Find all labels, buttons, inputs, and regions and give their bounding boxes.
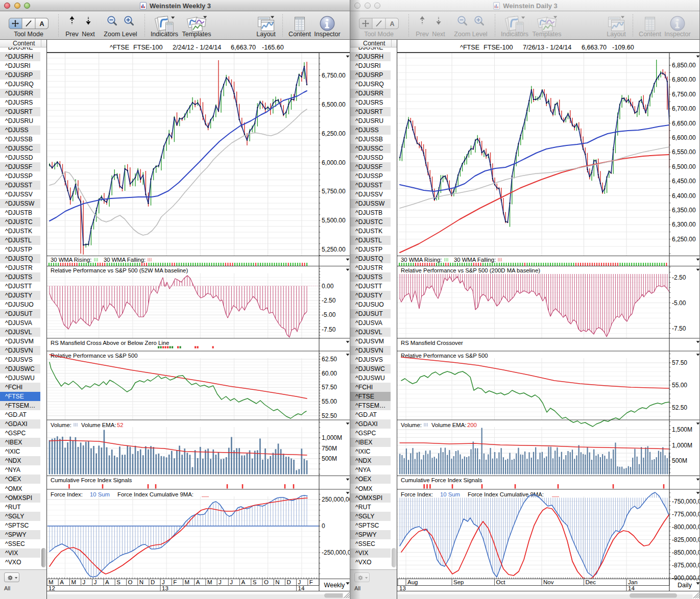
svg-text:-165.60: -165.60 xyxy=(262,44,284,51)
svg-text:60.00: 60.00 xyxy=(322,370,337,377)
svg-text:Volume EMA:: Volume EMA: xyxy=(431,422,466,428)
svg-text:5,250.00: 5,250.00 xyxy=(322,246,346,253)
svg-text:Relative Performance vs S&P 50: Relative Performance vs S&P 500 (200D MA… xyxy=(401,267,540,273)
svg-text:J: J xyxy=(162,579,165,585)
svg-text:A: A xyxy=(390,20,394,28)
svg-text:30 WMA Falling:: 30 WMA Falling: xyxy=(104,257,146,263)
svg-text:Jan: Jan xyxy=(628,579,638,585)
svg-text:6,500.00: 6,500.00 xyxy=(322,101,346,108)
svg-text:6,663.70: 6,663.70 xyxy=(231,44,256,51)
svg-text:-850,000,00: -850,000,00 xyxy=(672,549,700,556)
svg-text:6,250.00: 6,250.00 xyxy=(322,130,346,137)
svg-text:D: D xyxy=(151,579,155,585)
svg-text:500M: 500M xyxy=(672,457,687,464)
svg-text:6,000.00: 6,000.00 xyxy=(322,159,346,166)
svg-text:-5.00: -5.00 xyxy=(322,311,336,318)
svg-text:Sep: Sep xyxy=(453,579,464,585)
svg-text:52: 52 xyxy=(117,422,124,428)
svg-text:-750,000,00: -750,000,00 xyxy=(672,498,700,505)
svg-text:Nov: Nov xyxy=(543,579,554,585)
svg-text:M: M xyxy=(207,579,212,585)
svg-text:Oct: Oct xyxy=(496,579,506,585)
svg-text:-7.50: -7.50 xyxy=(672,325,686,332)
svg-text:Volume:: Volume: xyxy=(51,422,71,428)
svg-text:13: 13 xyxy=(162,585,168,591)
svg-text:6,350.00: 6,350.00 xyxy=(672,207,696,214)
svg-text:D: D xyxy=(286,579,291,585)
svg-text:Aug: Aug xyxy=(407,579,418,585)
svg-text:30 WMA Rising:: 30 WMA Rising: xyxy=(401,257,442,263)
svg-text:FTSE-100: FTSE-100 xyxy=(133,44,162,51)
svg-text:-775,000,00: -775,000,00 xyxy=(672,511,700,518)
svg-text:J: J xyxy=(230,579,233,585)
svg-text:RS Mansfield Cross Above or Be: RS Mansfield Cross Above or Below Zero L… xyxy=(51,340,169,346)
svg-text:6,600.00: 6,600.00 xyxy=(672,134,696,141)
svg-text:1,000M: 1,000M xyxy=(672,442,692,449)
svg-text:30 WMA Falling:: 30 WMA Falling: xyxy=(454,257,496,263)
svg-text:10 Sum: 10 Sum xyxy=(440,491,460,497)
svg-text:-7.50: -7.50 xyxy=(322,326,336,333)
svg-text:A: A xyxy=(60,579,64,585)
svg-text:57.50: 57.50 xyxy=(322,384,337,391)
svg-text:Relative Performance vs S&P 50: Relative Performance vs S&P 500 xyxy=(401,353,488,359)
svg-text:6,650.00: 6,650.00 xyxy=(672,120,696,127)
svg-text:-109.60: -109.60 xyxy=(612,44,634,51)
svg-text:J: J xyxy=(219,579,222,585)
svg-text:J: J xyxy=(298,579,301,585)
svg-text:Relative Performance vs S&P 50: Relative Performance vs S&P 500 (52W MA … xyxy=(51,267,188,273)
svg-text:-2.50: -2.50 xyxy=(322,297,336,304)
svg-text:0.00: 0.00 xyxy=(322,283,334,290)
svg-text:-875,000,00: -875,000,00 xyxy=(672,562,700,569)
svg-text:O: O xyxy=(264,579,269,585)
svg-text:55.00: 55.00 xyxy=(322,398,337,405)
svg-text:6,663.70: 6,663.70 xyxy=(582,44,607,51)
svg-text:Daily: Daily xyxy=(678,582,692,589)
svg-text:RS Mansfield Crossover: RS Mansfield Crossover xyxy=(401,340,463,346)
svg-text:J: J xyxy=(94,579,97,585)
svg-text:52.50: 52.50 xyxy=(672,404,687,411)
svg-text:Force Index Cumulative 9MA:: Force Index Cumulative 9MA: xyxy=(468,491,544,497)
svg-text:6,800.00: 6,800.00 xyxy=(672,76,696,83)
svg-text:N: N xyxy=(275,579,279,585)
svg-text:0: 0 xyxy=(322,522,325,530)
svg-text:A: A xyxy=(105,579,109,585)
svg-text:S: S xyxy=(253,579,257,585)
svg-text:6,450.00: 6,450.00 xyxy=(672,178,696,185)
svg-text:-900,000,00: -900,000,00 xyxy=(672,575,700,582)
svg-text:Cumulative Force Index Signals: Cumulative Force Index Signals xyxy=(401,477,482,483)
svg-text:55.00: 55.00 xyxy=(672,382,687,389)
svg-text:Force Index Cumulative 9MA:: Force Index Cumulative 9MA: xyxy=(117,491,194,497)
svg-text:M: M xyxy=(49,579,54,585)
svg-text:750M: 750M xyxy=(322,445,337,452)
svg-text:6,300.00: 6,300.00 xyxy=(672,221,696,228)
svg-text:J: J xyxy=(83,579,86,585)
svg-text:62.50: 62.50 xyxy=(322,356,337,363)
svg-text:A: A xyxy=(196,579,200,585)
svg-text:A: A xyxy=(242,579,246,585)
svg-text:2/24/12 - 1/24/14: 2/24/12 - 1/24/14 xyxy=(173,44,221,51)
svg-text:F: F xyxy=(309,579,313,585)
svg-text:57.50: 57.50 xyxy=(672,359,687,366)
svg-text:14: 14 xyxy=(298,585,305,591)
svg-text:Volume:: Volume: xyxy=(401,422,422,428)
svg-text:-2.50: -2.50 xyxy=(672,274,686,281)
svg-text:Force Index:: Force Index: xyxy=(51,491,83,497)
svg-text:Volume EMA:: Volume EMA: xyxy=(81,422,116,428)
svg-text:12: 12 xyxy=(49,585,55,591)
svg-text:5,500.00: 5,500.00 xyxy=(322,217,346,224)
svg-text:-250,000,00: -250,000,00 xyxy=(322,549,350,556)
svg-text:-5.00: -5.00 xyxy=(672,300,686,307)
svg-text:S: S xyxy=(116,579,120,585)
svg-text:250,000,00: 250,000,00 xyxy=(322,496,350,503)
svg-text:500M: 500M xyxy=(322,455,337,462)
svg-text:N: N xyxy=(139,579,143,585)
svg-text:13: 13 xyxy=(399,585,406,591)
svg-text:6,250.00: 6,250.00 xyxy=(672,236,696,243)
svg-text:10 Sum: 10 Sum xyxy=(90,491,110,497)
svg-text:F: F xyxy=(173,579,177,585)
svg-text:^FTSE: ^FTSE xyxy=(460,44,479,51)
svg-text:7/26/13 - 1/24/14: 7/26/13 - 1/24/14 xyxy=(523,44,571,51)
svg-text:A: A xyxy=(39,20,44,28)
svg-text:M: M xyxy=(71,579,76,585)
svg-text:O: O xyxy=(128,579,133,585)
